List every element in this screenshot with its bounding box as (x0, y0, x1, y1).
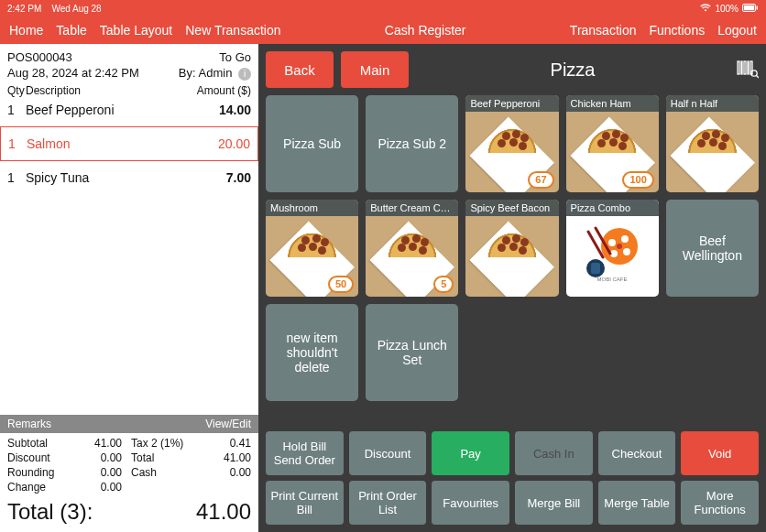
status-battery: 100% (715, 4, 739, 14)
product-tile[interactable]: new item shouldn't delete (266, 304, 358, 401)
svg-rect-2 (757, 5, 759, 9)
menu-bar: HomeTableTable LayoutNew Transaction Cas… (0, 16, 766, 44)
lbl-subtotal: Subtotal (7, 437, 67, 450)
lbl-change: Change (7, 481, 67, 494)
menu-transaction[interactable]: Transaction (570, 23, 637, 38)
product-tile[interactable]: Beef Wellington (666, 200, 759, 297)
tile-label: Pizza Lunch Set (369, 338, 454, 367)
product-tile[interactable]: Pizza Sub 2 (366, 95, 458, 192)
order-item[interactable]: 1Spicy Tuna7.00 (0, 167, 258, 189)
fn-favourites[interactable]: Favourites (432, 481, 509, 525)
fn-pay[interactable]: Pay (432, 431, 509, 475)
menu-table-layout[interactable]: Table Layout (100, 23, 172, 38)
svg-rect-6 (748, 61, 749, 74)
tile-label: new item shouldn't delete (269, 331, 355, 375)
remarks-label: Remarks (7, 418, 51, 430)
product-tile[interactable]: Spicy Beef Bacon (465, 200, 558, 297)
info-icon[interactable]: i (238, 68, 251, 81)
fn-print-order-list[interactable]: Print Order List (349, 481, 427, 525)
menu-logout[interactable]: Logout (717, 23, 757, 38)
fn-hold-bill-send-order[interactable]: Hold Bill Send Order (266, 431, 344, 475)
fn-merge-table[interactable]: Merge Table (598, 481, 676, 525)
menu-table[interactable]: Table (56, 23, 86, 38)
stock-count-badge: 100 (622, 171, 653, 189)
item-qty: 1 (7, 170, 26, 185)
fn-checkout[interactable]: Checkout (598, 431, 676, 475)
product-panel: Back Main Pizza Pizza SubPizza Sub 2Beef… (258, 44, 766, 532)
status-bar: 2:42 PM Wed Aug 28 100% (0, 0, 766, 16)
fn-more-functions[interactable]: More Functions (681, 481, 759, 525)
item-desc: Salmon (27, 136, 186, 151)
product-tile[interactable]: Pizza Lunch Set (366, 304, 458, 401)
view-edit-link[interactable]: View/Edit (205, 418, 251, 430)
grand-total-label: Total (3): (7, 499, 93, 525)
lbl-discount: Discount (7, 451, 67, 464)
page-title: Cash Register (281, 23, 570, 38)
stock-count-badge: 5 (433, 276, 454, 293)
item-desc: Beef Pepperoni (26, 103, 187, 117)
fn-discount[interactable]: Discount (349, 431, 427, 475)
fn-print-current-bill[interactable]: Print Current Bill (266, 481, 344, 525)
lbl-tax: Tax 2 (1%) (131, 437, 196, 450)
status-date: Wed Aug 28 (51, 4, 101, 14)
tile-label: Pizza Combo (566, 200, 659, 216)
val-discount: 0.00 (76, 451, 122, 464)
battery-icon (742, 4, 759, 14)
fn-void[interactable]: Void (681, 431, 759, 475)
menu-functions[interactable]: Functions (649, 23, 705, 38)
tile-label: Butter Cream Chick... (366, 200, 458, 216)
main-button[interactable]: Main (341, 51, 409, 88)
tile-label: Chicken Ham (566, 95, 659, 112)
order-item[interactable]: 1Salmon20.00 (0, 126, 258, 161)
item-amt: 20.00 (186, 136, 250, 151)
grand-total-value: 41.00 (196, 499, 251, 525)
barcode-search-icon[interactable] (737, 60, 759, 80)
tile-label: Beef Pepperoni (465, 95, 558, 112)
product-tile[interactable]: Beef Pepperoni67 (465, 95, 558, 192)
val-cash: 0.00 (205, 466, 251, 479)
svg-point-13 (623, 248, 630, 255)
product-tile[interactable]: Butter Cream Chick...5 (366, 200, 458, 297)
order-type: To Go (219, 49, 251, 65)
order-item[interactable]: 1Beef Pepperoni14.00 (0, 99, 258, 121)
item-desc: Spicy Tuna (26, 170, 187, 185)
product-tile[interactable]: Pizza ComboMOBI CAFE (566, 200, 659, 297)
svg-rect-19 (591, 263, 600, 274)
order-id: POS000043 (7, 49, 72, 65)
category-title: Pizza (416, 60, 729, 81)
fn-cash-in[interactable]: Cash In (515, 431, 593, 475)
order-columns: Qty Description Amount ($) (0, 82, 258, 99)
col-qty: Qty (7, 84, 26, 97)
svg-rect-3 (738, 61, 739, 74)
val-tax: 0.41 (205, 437, 251, 450)
val-change: 0.00 (76, 481, 122, 494)
product-tile[interactable]: Pizza Sub (266, 95, 358, 192)
totals-block: Subtotal 41.00 Tax 2 (1%) 0.41 Discount … (0, 433, 258, 494)
order-datetime: Aug 28, 2024 at 2:42 PM (7, 65, 139, 81)
svg-rect-1 (744, 5, 754, 9)
order-panel: POS000043 To Go Aug 28, 2024 at 2:42 PM … (0, 44, 258, 532)
fn-merge-bill[interactable]: Merge Bill (515, 481, 593, 525)
product-tile[interactable]: Half n Half (666, 95, 759, 192)
product-tile[interactable]: Mushroom50 (266, 200, 358, 297)
svg-point-12 (621, 235, 629, 243)
tile-label: Half n Half (666, 95, 759, 112)
remarks-bar[interactable]: Remarks View/Edit (0, 415, 258, 433)
stock-count-badge: 50 (328, 276, 354, 293)
svg-text:MOBI CAFE: MOBI CAFE (597, 277, 628, 282)
item-qty: 1 (7, 103, 26, 117)
col-desc: Description (26, 84, 187, 97)
menu-new-transaction[interactable]: New Transaction (185, 23, 280, 38)
menu-home[interactable]: Home (9, 23, 43, 38)
tile-label: Pizza Sub (283, 136, 341, 151)
status-time: 2:42 PM (7, 4, 41, 14)
val-total: 41.00 (205, 451, 251, 464)
back-button[interactable]: Back (266, 51, 334, 88)
tile-label: Beef Wellington (670, 233, 755, 263)
svg-rect-5 (744, 61, 746, 74)
product-tile[interactable]: Chicken Ham100 (566, 95, 659, 192)
tile-label: Mushroom (266, 200, 358, 216)
lbl-total: Total (131, 451, 196, 464)
svg-rect-4 (741, 61, 742, 74)
tile-label: Pizza Sub 2 (378, 136, 446, 151)
